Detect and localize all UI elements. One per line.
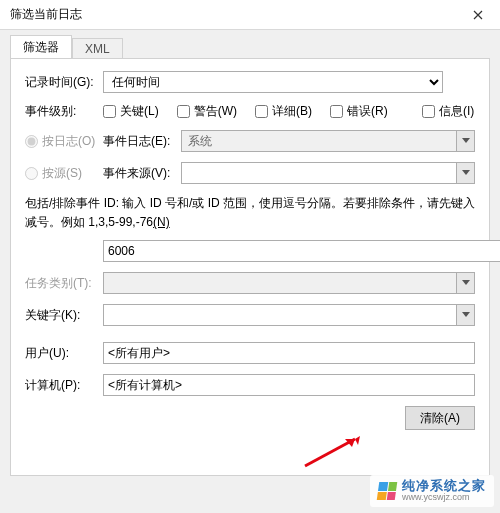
label-event-source: 事件来源(V): [103, 165, 181, 182]
level-checks: 关键(L) 警告(W) 详细(B) 错误(R) 信息(I) [103, 103, 475, 120]
row-computer: 计算机(P): [25, 374, 475, 396]
radio-by-log-input[interactable] [25, 135, 38, 148]
hint-link[interactable]: (N) [153, 215, 170, 229]
event-log-dropdown-btn[interactable] [456, 131, 474, 151]
chk-error-input[interactable] [330, 105, 343, 118]
label-logged: 记录时间(G): [25, 74, 103, 91]
row-level: 事件级别: 关键(L) 警告(W) 详细(B) 错误(R) 信息(I) [25, 103, 475, 120]
chk-verbose-input[interactable] [255, 105, 268, 118]
close-icon [473, 10, 483, 20]
logged-select[interactable]: 任何时间 [103, 71, 443, 93]
filter-panel: 记录时间(G): 任何时间 事件级别: 关键(L) 警告(W) 详细(B) 错误… [10, 58, 490, 476]
tab-strip: 筛选器 XML [10, 36, 490, 58]
radio-by-source[interactable]: 按源(S) [25, 165, 103, 182]
row-user: 用户(U): [25, 342, 475, 364]
label-user: 用户(U): [25, 345, 103, 362]
label-event-log: 事件日志(E): [103, 133, 181, 150]
watermark: 纯净系统之家 www.ycswjz.com [370, 475, 494, 507]
row-by-source: 按源(S) 事件来源(V): [25, 162, 475, 184]
chevron-down-icon [462, 312, 470, 318]
clear-row: 清除(A) [25, 406, 475, 430]
chk-warning-input[interactable] [177, 105, 190, 118]
task-cat-dropdown-btn[interactable] [456, 273, 474, 293]
event-source-dropdown-btn[interactable] [456, 163, 474, 183]
chevron-down-icon [462, 138, 470, 144]
tab-filter[interactable]: 筛选器 [10, 35, 72, 59]
task-cat-combo[interactable] [103, 272, 475, 294]
chk-critical-input[interactable] [103, 105, 116, 118]
label-task-cat: 任务类别(T): [25, 275, 103, 292]
task-cat-value [104, 273, 456, 293]
window-title: 筛选当前日志 [10, 6, 82, 23]
close-button[interactable] [455, 0, 500, 29]
row-task-cat: 任务类别(T): [25, 272, 475, 294]
user-input[interactable] [103, 342, 475, 364]
chk-critical[interactable]: 关键(L) [103, 103, 159, 120]
titlebar: 筛选当前日志 [0, 0, 500, 30]
keywords-dropdown-btn[interactable] [456, 305, 474, 325]
event-log-combo[interactable]: 系统 [181, 130, 475, 152]
chk-info[interactable]: 信息(I) [422, 103, 474, 120]
chk-info-input[interactable] [422, 105, 435, 118]
keywords-value [104, 305, 456, 325]
computer-input[interactable] [103, 374, 475, 396]
id-hint: 包括/排除事件 ID: 输入 ID 号和/或 ID 范围，使用逗号分隔。若要排除… [25, 194, 475, 232]
event-log-value: 系统 [182, 131, 456, 151]
event-source-value [182, 163, 456, 183]
keywords-combo[interactable] [103, 304, 475, 326]
watermark-text: 纯净系统之家 [402, 479, 486, 493]
clear-button[interactable]: 清除(A) [405, 406, 475, 430]
row-logged: 记录时间(G): 任何时间 [25, 71, 475, 93]
content-area: 筛选器 XML 记录时间(G): 任何时间 事件级别: 关键(L) 警告(W) … [0, 30, 500, 513]
watermark-logo-icon [377, 482, 398, 500]
chevron-down-icon [462, 170, 470, 176]
event-source-combo[interactable] [181, 162, 475, 184]
chk-verbose[interactable]: 详细(B) [255, 103, 312, 120]
event-id-input[interactable] [103, 240, 500, 262]
row-keywords: 关键字(K): [25, 304, 475, 326]
tab-xml[interactable]: XML [72, 38, 123, 58]
chevron-down-icon [462, 280, 470, 286]
radio-by-source-input[interactable] [25, 167, 38, 180]
label-computer: 计算机(P): [25, 377, 103, 394]
label-keywords: 关键字(K): [25, 307, 103, 324]
radio-by-log[interactable]: 按日志(O) [25, 133, 103, 150]
chk-warning[interactable]: 警告(W) [177, 103, 237, 120]
label-level: 事件级别: [25, 103, 103, 120]
row-by-log: 按日志(O) 事件日志(E): 系统 [25, 130, 475, 152]
chk-error[interactable]: 错误(R) [330, 103, 404, 120]
watermark-url: www.ycswjz.com [402, 493, 486, 503]
